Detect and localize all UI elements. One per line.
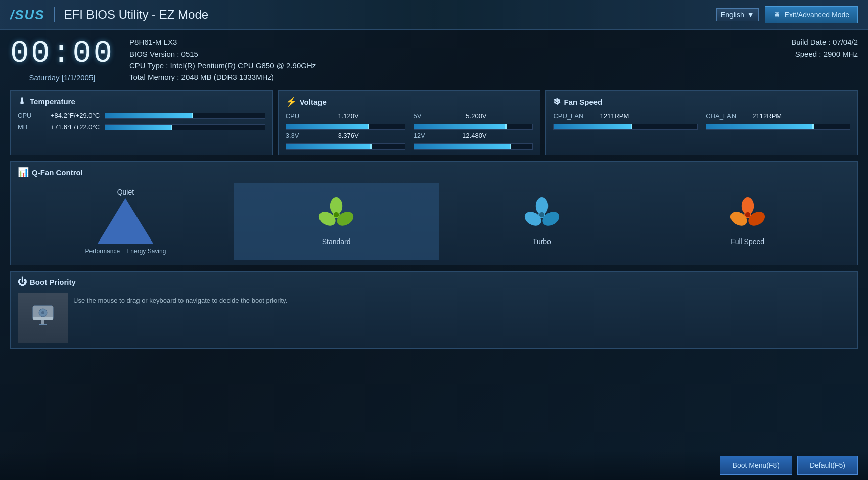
temperature-title: 🌡 Temperature — [18, 96, 265, 107]
qfan-content: Quiet Performance Energy Saving — [18, 183, 850, 260]
exit-button[interactable]: 🖥 Exit/Advanced Mode — [765, 6, 858, 23]
svg-rect-19 — [41, 320, 44, 324]
boot-menu-button[interactable]: Boot Menu(F8) — [720, 456, 792, 475]
header: /SUS EFI BIOS Utility - EZ Mode English … — [0, 0, 868, 30]
boot-device-optical[interactable] — [18, 293, 68, 343]
bottom-bar: Boot Menu(F8) Default(F5) — [0, 451, 868, 480]
chafan-bar — [706, 124, 850, 130]
temperature-panel: 🌡 Temperature CPU +84.2°F/+29.0°C MB +71… — [10, 90, 273, 155]
v12-bar — [414, 143, 533, 150]
voltage-12v-row: 12V 12.480V — [414, 132, 533, 150]
qfan-title: 📊 Q-Fan Control — [18, 167, 850, 178]
boot-hint: Use the mouse to drag or keyboard to nav… — [73, 293, 850, 308]
cha-fan-row: CHA_FAN 2112RPM — [706, 112, 850, 130]
lightning-icon: ⚡ — [286, 96, 297, 107]
standard-label: Standard — [322, 237, 351, 246]
v5-label: 5V — [414, 112, 441, 120]
qfan-turbo-option[interactable]: Turbo — [439, 183, 645, 260]
standard-fan-icon — [318, 197, 354, 232]
header-divider — [54, 7, 55, 22]
qfan-bottom-labels: Performance Energy Saving — [85, 248, 166, 255]
chafan-value: 2112RPM — [741, 112, 782, 120]
v33-bar — [286, 143, 405, 150]
boot-priority-panel: ⏻ Boot Priority — [10, 271, 858, 349]
model-label: P8H61-M LX3 — [129, 38, 776, 46]
svg-rect-20 — [39, 324, 47, 325]
boot-priority-title: ⏻ Boot Priority — [18, 277, 850, 287]
mb-temp-value: +71.6°F/+22.0°C — [51, 123, 100, 131]
fullspeed-label: Full Speed — [730, 237, 764, 246]
chafan-label: CHA_FAN — [706, 112, 736, 120]
energy-saving-label: Energy Saving — [126, 248, 166, 255]
v33-label: 3.3V — [286, 132, 313, 139]
qfan-triangle-section: Quiet Performance Energy Saving — [18, 183, 234, 260]
main-content: 00:00 Saturday [1/1/2005] P8H61-M LX3 BI… — [0, 30, 868, 356]
vcpu-bar — [286, 124, 405, 130]
asus-logo: /SUS — [10, 7, 45, 23]
memory-label: Total Memory : 2048 MB (DDR3 1333MHz) — [129, 73, 776, 81]
turbo-fan-icon — [524, 197, 560, 232]
performance-label: Performance — [85, 248, 120, 255]
fan-speed-panel: ❄ Fan Speed CPU_FAN 1211RPM — [545, 90, 858, 155]
system-info: P8H61-M LX3 BIOS Version : 0515 CPU Type… — [129, 38, 776, 84]
cpu-temp-value: +84.2°F/+29.0°C — [51, 112, 100, 119]
svg-point-18 — [41, 311, 44, 314]
build-info: Build Date : 07/04/2 Speed : 2900 MHz — [791, 38, 858, 61]
svg-point-4 — [334, 212, 339, 218]
svg-point-14 — [745, 212, 750, 218]
header-logo: /SUS EFI BIOS Utility - EZ Mode — [10, 7, 208, 23]
fan-speed-title: ❄ Fan Speed — [553, 96, 850, 107]
cpu-temp-fill — [105, 113, 193, 118]
v5-value: 5.200V — [446, 112, 487, 120]
header-title: EFI BIOS Utility - EZ Mode — [64, 8, 208, 22]
svg-rect-16 — [33, 317, 53, 320]
cpu-temp-row: CPU +84.2°F/+29.0°C — [18, 112, 265, 119]
language-select[interactable]: English ▼ — [716, 8, 759, 21]
clock-date: Saturday [1/1/2005] — [10, 73, 114, 82]
mb-temp-bar — [105, 124, 265, 130]
top-info-row: 00:00 Saturday [1/1/2005] P8H61-M LX3 BI… — [10, 38, 858, 84]
voltage-panel: ⚡ Voltage CPU 1.120V — [278, 90, 541, 155]
clock-display: 00:00 — [10, 38, 114, 69]
language-label: English — [721, 11, 744, 19]
v12-value: 12.480V — [446, 132, 487, 139]
fullspeed-fan-icon — [730, 197, 765, 232]
default-button[interactable]: Default(F5) — [797, 456, 858, 475]
cpu-temp-bar — [105, 113, 265, 119]
cpu-fan-row: CPU_FAN 1211RPM — [553, 112, 698, 130]
header-right: English ▼ 🖥 Exit/Advanced Mode — [716, 6, 858, 23]
qfan-icon: 📊 — [18, 167, 29, 178]
cpufan-value: 1211RPM — [588, 112, 629, 120]
quiet-label: Quiet — [117, 188, 134, 196]
voltage-cpu-row: CPU 1.120V — [286, 112, 405, 130]
power-icon: ⏻ — [18, 277, 27, 287]
qfan-fan-options: Standard Turbo — [234, 183, 850, 260]
qfan-fullspeed-option[interactable]: Full Speed — [645, 183, 850, 260]
qfan-triangle — [98, 198, 153, 244]
voltage-33v-row: 3.3V 3.376V — [286, 132, 405, 150]
v12-label: 12V — [414, 132, 441, 139]
mb-temp-label: MB — [18, 123, 45, 131]
cpufan-label: CPU_FAN — [553, 112, 583, 120]
build-date-label: Build Date : 07/04/2 — [791, 38, 858, 46]
bios-version-label: BIOS Version : 0515 — [129, 50, 776, 58]
vcpu-value: 1.120V — [318, 112, 359, 120]
bios-container: /SUS EFI BIOS Utility - EZ Mode English … — [0, 0, 868, 480]
exit-icon: 🖥 — [773, 11, 781, 19]
clock-section: 00:00 Saturday [1/1/2005] — [10, 38, 114, 82]
qfan-panel: 📊 Q-Fan Control Quiet Performance Energy… — [10, 161, 858, 265]
chevron-down-icon: ▼ — [747, 11, 754, 19]
thermometer-icon: 🌡 — [18, 96, 27, 107]
cpufan-bar — [553, 124, 698, 130]
mb-temp-fill — [105, 125, 172, 130]
monitoring-row: 🌡 Temperature CPU +84.2°F/+29.0°C MB +71… — [10, 90, 858, 155]
cpu-type-label: CPU Type : Intel(R) Pentium(R) CPU G850 … — [129, 61, 776, 70]
fan-icon: ❄ — [553, 96, 561, 107]
qfan-standard-option[interactable]: Standard — [234, 183, 439, 260]
cpu-temp-label: CPU — [18, 112, 45, 119]
v5-bar — [414, 124, 533, 130]
boot-priority-content: Use the mouse to drag or keyboard to nav… — [18, 293, 850, 343]
svg-point-9 — [539, 212, 545, 218]
voltage-5v-row: 5V 5.200V — [414, 112, 533, 130]
mb-temp-row: MB +71.6°F/+22.0°C — [18, 123, 265, 131]
